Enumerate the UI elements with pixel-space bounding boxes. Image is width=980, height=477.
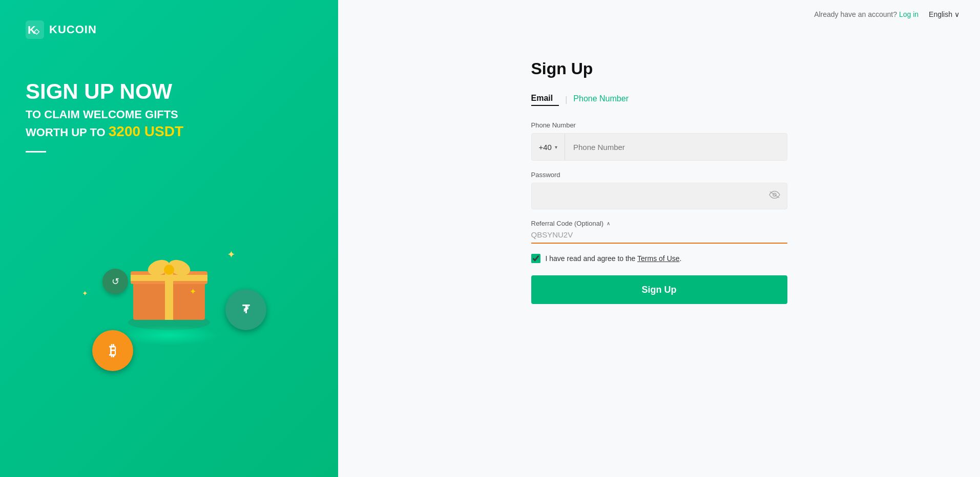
- country-code-chevron-icon: ▾: [555, 144, 557, 150]
- gift-box: ✦: [118, 228, 220, 345]
- password-input[interactable]: [531, 183, 787, 209]
- country-code-value: +40: [539, 143, 552, 151]
- svg-text:✦: ✦: [190, 287, 196, 296]
- logo-text: KUCOIN: [49, 23, 97, 36]
- referral-chevron-icon: ∧: [607, 221, 610, 226]
- logo: K ◇ KUCOIN: [26, 20, 312, 39]
- tab-row: Email | Phone Number: [531, 94, 787, 106]
- right-panel: Already have an account? Log in English …: [338, 0, 980, 477]
- gift-box-svg: ✦: [123, 228, 215, 330]
- phone-number-field-group: Phone Number +40 ▾: [531, 121, 787, 161]
- left-panel: K ◇ KUCOIN SIGN UP NOW TO CLAIM WELCOME …: [0, 0, 338, 477]
- promo-subtitle: TO CLAIM WELCOME GIFTS WORTH UP TO 3200 …: [26, 107, 312, 141]
- password-label: Password: [531, 171, 787, 179]
- gift-glow: [118, 325, 220, 345]
- referral-input[interactable]: [531, 230, 787, 239]
- top-bar: Already have an account? Log in English …: [338, 0, 980, 29]
- promo-amount: 3200 USDT: [109, 123, 183, 139]
- password-field-wrap: [531, 183, 787, 209]
- eye-icon[interactable]: [769, 191, 780, 202]
- coin-usdt: ₮: [225, 289, 266, 330]
- form-title: Sign Up: [531, 59, 787, 78]
- terms-row: I have read and agree to the Terms of Us…: [531, 254, 787, 263]
- promo-divider: [26, 151, 46, 153]
- terms-checkbox[interactable]: [531, 254, 540, 263]
- star-decoration-2: ✦: [82, 289, 88, 297]
- form-container: Sign Up Email | Phone Number Phone Numbe…: [338, 29, 980, 477]
- language-selector[interactable]: English ∨: [929, 10, 960, 18]
- form-box: Sign Up Email | Phone Number Phone Numbe…: [531, 59, 787, 304]
- terms-link[interactable]: Terms of Use: [637, 254, 679, 263]
- terms-text: I have read and agree to the Terms of Us…: [546, 254, 682, 263]
- star-decoration-1: ✦: [227, 248, 236, 261]
- svg-rect-9: [131, 275, 207, 281]
- tab-divider: |: [565, 95, 567, 104]
- svg-rect-7: [165, 279, 173, 320]
- referral-input-wrap: [531, 230, 787, 244]
- svg-point-12: [164, 265, 174, 275]
- svg-text:◇: ◇: [33, 27, 40, 35]
- phone-label: Phone Number: [531, 121, 787, 129]
- already-account-text: Already have an account? Log in: [814, 10, 919, 18]
- promo-section: SIGN UP NOW TO CLAIM WELCOME GIFTS WORTH…: [26, 80, 312, 153]
- referral-toggle[interactable]: Referral Code (Optional) ∧: [531, 220, 787, 227]
- gift-scene: ✦ ✦ ✦ ↺: [61, 218, 277, 412]
- tab-phone[interactable]: Phone Number: [573, 94, 629, 105]
- tab-email[interactable]: Email: [531, 94, 559, 106]
- kucoin-logo-icon: K ◇: [26, 20, 44, 39]
- country-code-button[interactable]: +40 ▾: [532, 134, 565, 160]
- referral-section: Referral Code (Optional) ∧: [531, 220, 787, 244]
- promo-title: SIGN UP NOW: [26, 80, 312, 103]
- password-field-group: Password: [531, 171, 787, 209]
- coin-btc: ₿: [92, 330, 133, 371]
- login-link[interactable]: Log in: [899, 10, 919, 18]
- lang-chevron-icon: ∨: [954, 10, 960, 18]
- phone-input[interactable]: [565, 134, 787, 160]
- illustration: ✦ ✦ ✦ ↺: [26, 173, 312, 457]
- phone-input-row: +40 ▾: [531, 133, 787, 161]
- signup-button[interactable]: Sign Up: [531, 275, 787, 304]
